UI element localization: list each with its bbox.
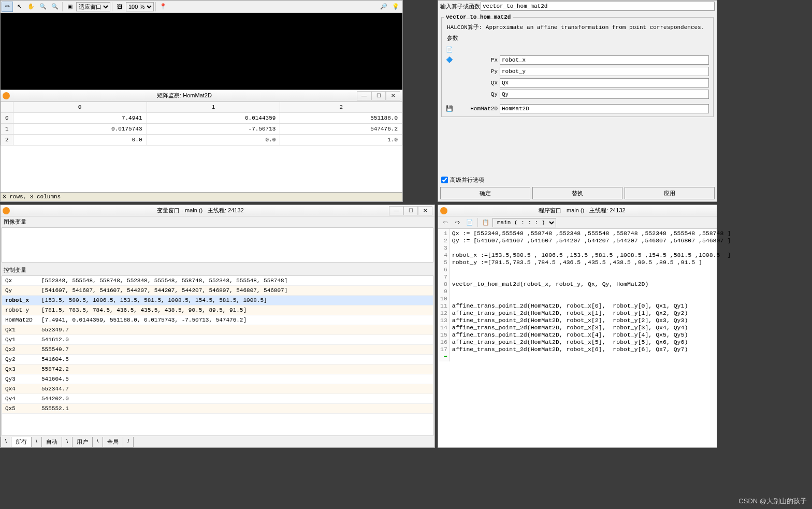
nav-fwd-icon[interactable]: ⇨ <box>452 217 463 228</box>
image-icon[interactable]: 🖼 <box>114 2 125 12</box>
param-px-input[interactable] <box>500 55 709 65</box>
control-vars-table[interactable]: Qx[552348, 555548, 558748, 552348, 55554… <box>2 275 433 436</box>
input-control-icon: 🔷 <box>446 56 454 64</box>
param-py-input[interactable] <box>500 67 709 76</box>
var-row[interactable]: HomMat2D[7.4941, 0.0144359, 551188.0, 0.… <box>2 315 433 325</box>
ok-button[interactable]: 确定 <box>440 187 530 199</box>
zoom-out-icon[interactable]: 🔍 <box>49 2 61 12</box>
pointer-icon[interactable]: ✏ <box>2 2 13 12</box>
advanced-label: 高级并行选项 <box>450 176 484 184</box>
image-vars-label: 图像变量 <box>1 216 434 227</box>
var-row[interactable]: Qx[552348, 555548, 558748, 552348, 55554… <box>2 276 433 286</box>
cursor-icon[interactable]: ↖ <box>13 2 25 12</box>
close-button[interactable]: ✕ <box>418 206 432 215</box>
nav-up-icon[interactable]: 📄 <box>464 217 475 228</box>
minimize-button[interactable]: — <box>357 91 371 100</box>
advanced-checkbox[interactable] <box>441 177 448 183</box>
app-icon <box>3 207 10 214</box>
matrix-title: 矩阵监察: HomMat2D <box>12 92 357 99</box>
var-row[interactable]: Qy2541604.5 <box>2 355 433 365</box>
var-row[interactable]: Qx2555549.7 <box>2 345 433 355</box>
fit-window-icon[interactable]: ▣ <box>64 2 76 12</box>
input-iconic-icon: 📄 <box>446 46 454 53</box>
procedure-select[interactable]: main ( : : : ) <box>492 218 556 227</box>
tab-user[interactable]: 用户 <box>72 437 93 447</box>
control-vars-label: 控制变量 <box>1 265 434 275</box>
proc-icon[interactable]: 📋 <box>480 217 491 228</box>
param-hommat2d-input[interactable] <box>500 104 709 113</box>
var-row[interactable]: Qy[541607, 541607, 541607, 544207, 54420… <box>2 286 433 296</box>
var-tabs: \ 所有\ 自动\ 用户\ 全局/ <box>1 437 133 447</box>
var-row[interactable]: Qx5555552.1 <box>2 404 433 414</box>
watermark: CSDN @大别山的孩子 <box>738 497 807 506</box>
operator-input-label: 输入算子或函数 <box>440 3 481 10</box>
param-qx-input[interactable] <box>500 78 709 88</box>
param-qy-input[interactable] <box>500 90 709 99</box>
program-window: 程序窗口 - main () - 主线程: 24132 ⇦ ⇨ 📄 📋 main… <box>438 205 717 448</box>
minimize-button[interactable]: — <box>389 206 403 215</box>
operator-name-input[interactable] <box>481 2 715 11</box>
operator-legend: vector_to_hom_mat2d <box>444 14 513 20</box>
nav-back-icon[interactable]: ⇦ <box>439 217 451 228</box>
params-label: 参数 <box>444 34 711 45</box>
code-area[interactable]: 1234567891011121314151617➡ Qx := [552348… <box>438 229 717 361</box>
matrix-grid: 012 07.49410.0144359551188.0 10.0175743-… <box>1 101 402 192</box>
graphics-window: ✏ ↖ ✋ 🔍 🔍 ▣ 适应窗口 🖼 100 % 📍 🔎 💡 矩阵监察: Hom… <box>0 0 403 202</box>
var-row[interactable]: Qx3558742.2 <box>2 365 433 374</box>
app-icon <box>440 207 447 214</box>
var-row[interactable]: Qx4552344.7 <box>2 384 433 394</box>
tab-all[interactable]: 所有 <box>11 437 32 447</box>
app-icon <box>3 92 10 99</box>
apply-button[interactable]: 应用 <box>625 187 715 199</box>
var-row[interactable]: robot_x[153.5, 580.5, 1006.5, 153.5, 581… <box>2 296 433 306</box>
tab-global[interactable]: 全局 <box>103 437 123 447</box>
tab-auto[interactable]: 自动 <box>41 437 62 447</box>
close-button[interactable]: ✕ <box>386 91 400 100</box>
image-vars-area <box>2 227 433 263</box>
matrix-status: 3 rows, 3 columns <box>1 192 402 201</box>
fit-window-select[interactable]: 适应窗口 <box>76 2 110 11</box>
zoom-in-icon[interactable]: 🔍 <box>37 2 49 12</box>
var-row[interactable]: Qy1541612.0 <box>2 335 433 345</box>
var-window-title: 变量窗口 - main () - 主线程: 24132 <box>12 207 389 214</box>
var-row[interactable]: Qy3541604.5 <box>2 374 433 384</box>
graphics-canvas[interactable] <box>1 13 402 90</box>
maximize-button[interactable]: ☐ <box>403 206 418 215</box>
variable-window: 变量窗口 - main () - 主线程: 24132 — ☐ ✕ 图像变量 控… <box>0 205 435 448</box>
search-icon[interactable]: 🔎 <box>378 2 389 12</box>
code-window-title: 程序窗口 - main () - 主线程: 24132 <box>450 207 715 214</box>
replace-button[interactable]: 替换 <box>532 187 622 199</box>
marker-icon[interactable]: 📍 <box>157 2 169 12</box>
zoom-select[interactable]: 100 % <box>126 2 154 11</box>
matrix-watch-window: 矩阵监察: HomMat2D — ☐ ✕ 012 07.49410.014435… <box>1 90 402 201</box>
var-row[interactable]: Qy4544202.0 <box>2 394 433 404</box>
graphics-toolbar: ✏ ↖ ✋ 🔍 🔍 ▣ 适应窗口 🖼 100 % 📍 🔎 💡 <box>1 1 402 13</box>
operator-panel: 输入算子或函数 vector_to_hom_mat2d HALCON算子: Ap… <box>438 0 717 202</box>
bulb-icon[interactable]: 💡 <box>390 2 401 12</box>
var-row[interactable]: Qx1552349.7 <box>2 325 433 335</box>
var-row[interactable]: robot_y[781.5, 783.5, 784.5, 436.5, 435.… <box>2 306 433 315</box>
hand-icon[interactable]: ✋ <box>25 2 37 12</box>
output-control-icon: 💾 <box>446 105 454 112</box>
maximize-button[interactable]: ☐ <box>371 91 386 100</box>
